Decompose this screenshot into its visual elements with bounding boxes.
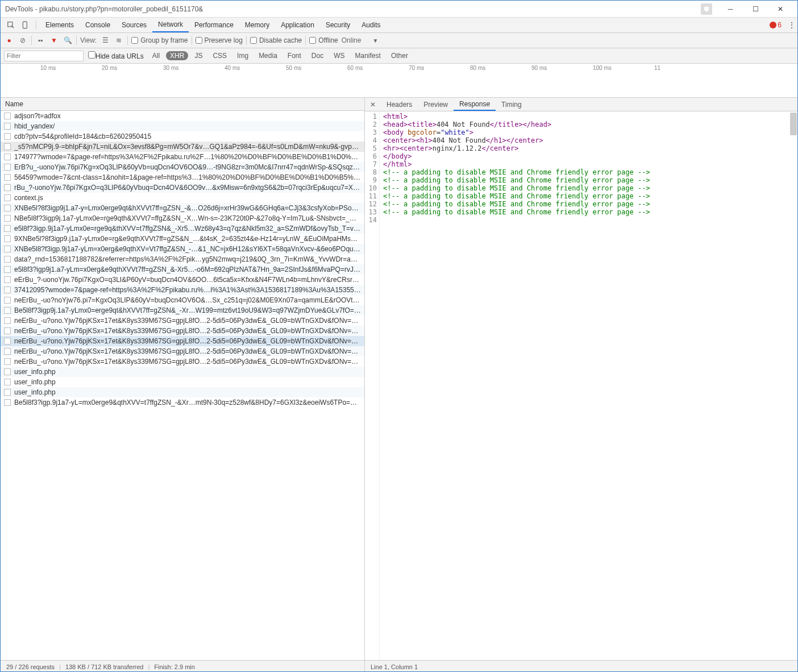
request-row[interactable]: user_info.php <box>1 377 364 387</box>
clear-icon[interactable]: ⊘ <box>18 36 28 44</box>
filter-pill-img[interactable]: Img <box>233 51 252 60</box>
tab-elements[interactable]: Elements <box>40 18 80 32</box>
request-row[interactable]: XNBe5l?8f3igp9j1.a7-y=Lmx0erge9qt&hXVVt7… <box>1 203 364 213</box>
minimize-button[interactable]: ─ <box>718 1 743 17</box>
camera-icon[interactable]: ▪▪ <box>35 36 45 44</box>
request-row[interactable]: Be5l8f3?igp.9j1a7-yL=mx0erge9&qthXVV=t7f… <box>1 397 364 408</box>
request-row[interactable]: neErBu_-u?ono.Yjw76pjKSx=17et&K8ys339M67… <box>1 336 364 346</box>
request-row[interactable]: rBu_?-uonoYjw.76pi7KgxO=q3LIP6&0yVbuq=Dc… <box>1 182 364 193</box>
file-icon <box>4 205 11 211</box>
tab-network[interactable]: Network <box>152 18 189 32</box>
preserve-log-checkbox[interactable]: Preserve log <box>196 36 243 44</box>
request-name: NBe5l8f?3igp9j.1a7-yLmx0e=rge9qth&XVVt7=… <box>14 214 361 222</box>
shield-icon[interactable] <box>701 3 712 15</box>
request-row[interactable]: e5l8f3?igp9j1.a7-yLm=x0erg&e9qthXVVt7ff=… <box>1 264 364 275</box>
request-row[interactable]: adjson?t=adfox <box>1 111 364 121</box>
disable-cache-checkbox[interactable]: Disable cache <box>250 36 302 44</box>
offline-checkbox[interactable]: Offline <box>309 36 338 44</box>
chevron-down-icon[interactable]: ▼ <box>372 38 378 44</box>
file-icon <box>4 154 11 160</box>
request-name: neErBu_-u?ono.Yjw76pjKSx=17et&K8ys339M67… <box>14 358 361 366</box>
filter-input[interactable] <box>4 51 84 61</box>
request-row[interactable]: neErBu_-u?ono.Yjw76pjKSx=17et&K8ys339M67… <box>1 326 364 336</box>
maximize-button[interactable]: ☐ <box>743 1 768 17</box>
request-row[interactable]: neErBu_-uo?noYjw76.pi7=KgxOq3LIP&60yV=bu… <box>1 295 364 305</box>
close-button[interactable]: ✕ <box>768 1 793 17</box>
filter-pill-css[interactable]: CSS <box>209 51 231 60</box>
filter-pill-media[interactable]: Media <box>255 51 281 60</box>
request-name: cdb?ptv=54&profileId=184&cb=62602950415 <box>14 132 151 140</box>
timeline-tick: 60 ms <box>347 65 363 71</box>
details-tab-headers[interactable]: Headers <box>381 98 418 111</box>
timeline-tick: 100 ms <box>593 65 612 71</box>
name-column-header[interactable]: Name <box>1 98 364 111</box>
request-name: e5l8f?3igp.9j1a7-yLmx0e=rge9q&thXVV=t7ff… <box>14 225 361 233</box>
request-row[interactable]: user_info.php <box>1 387 364 397</box>
filter-pill-manifest[interactable]: Manifest <box>351 51 385 60</box>
details-tab-timing[interactable]: Timing <box>496 98 527 111</box>
request-row[interactable]: cdb?ptv=54&profileId=184&cb=62602950415 <box>1 131 364 142</box>
request-row[interactable]: neErBu_-u?ono.Yjw76pjKSx=17et&K8ys339M67… <box>1 356 364 367</box>
request-row[interactable]: Be5l8f?3igp9j.1a7-yLmx0=erge9qt&hXVVt7ff… <box>1 305 364 316</box>
throttling-select[interactable]: Online <box>342 36 361 44</box>
filter-pill-doc[interactable]: Doc <box>307 51 327 60</box>
details-tab-preview[interactable]: Preview <box>418 98 454 111</box>
tab-memory[interactable]: Memory <box>239 18 275 32</box>
request-row[interactable]: hbid_yandex/ <box>1 121 364 131</box>
tab-sources[interactable]: Sources <box>116 18 152 32</box>
request-name: _s5?nMCP9j.9-=bhIpF&jn7L=niL&Ox=3evsf8&P… <box>14 143 361 151</box>
kebab-menu-icon[interactable]: ⋮ <box>786 21 797 29</box>
request-row[interactable]: eErBu_?-uonoYjw.76pi7KgxO=q3LI&P60yV=buq… <box>1 275 364 285</box>
request-row[interactable]: 56459?wmode=7&cnt-class=1&nohit=1&page-r… <box>1 172 364 182</box>
waterfall-icon[interactable]: ≋ <box>114 36 124 44</box>
tab-application[interactable]: Application <box>275 18 320 32</box>
request-name: ErB?u_-uonoYjw.76pi7Kg=xOq3LIP&60yVb=uqD… <box>14 163 361 171</box>
timeline-overview[interactable]: 10 ms20 ms30 ms40 ms50 ms60 ms70 ms80 ms… <box>1 64 797 98</box>
network-toolbar: ● ⊘ ▪▪ ▼ 🔍 View: ☰ ≋ Group by frame Pres… <box>1 33 797 48</box>
request-row[interactable]: XNBe5l8?f3igp.9j1a7-yLm=x0erg&e9qthXV=Vt… <box>1 244 364 254</box>
file-icon <box>4 246 11 252</box>
request-name: Be5l8f?3igp9j.1a7-yLmx0=erge9qt&hXVVt7ff… <box>14 306 361 314</box>
request-row[interactable]: context.js <box>1 193 364 203</box>
large-rows-icon[interactable]: ☰ <box>100 36 110 44</box>
tab-performance[interactable]: Performance <box>189 18 239 32</box>
error-count[interactable]: 6 <box>770 21 782 29</box>
file-icon <box>4 307 11 314</box>
tab-security[interactable]: Security <box>320 18 356 32</box>
filter-pill-font[interactable]: Font <box>284 51 305 60</box>
request-row[interactable]: user_info.php <box>1 367 364 377</box>
response-body[interactable]: 1234567891011121314 <html><head><title>4… <box>365 111 797 660</box>
details-tab-response[interactable]: Response <box>454 98 496 111</box>
filter-pill-other[interactable]: Other <box>387 51 412 60</box>
filter-pill-js[interactable]: JS <box>190 51 206 60</box>
filter-pill-xhr[interactable]: XHR <box>166 51 188 60</box>
tab-console[interactable]: Console <box>80 18 116 32</box>
hide-data-urls-checkbox[interactable]: Hide data URLs <box>88 51 144 60</box>
filter-icon[interactable]: ▼ <box>49 36 59 44</box>
scrollbar-thumb[interactable] <box>790 113 797 135</box>
filter-pill-ws[interactable]: WS <box>330 51 348 60</box>
request-row[interactable]: neErBu_-u?ono.Yjw76pjKSx=17et&K8ys339M67… <box>1 346 364 356</box>
request-name: user_info.php <box>14 378 56 386</box>
request-name: neErBu_-u?ono.Yjw76pjKSx=17et&K8ys339M67… <box>14 347 361 355</box>
inspect-icon[interactable] <box>4 18 18 32</box>
request-row[interactable]: ErB?u_-uonoYjw.76pi7Kg=xOq3LIP&60yVb=uqD… <box>1 162 364 172</box>
request-row[interactable]: neErBu_-u?ono.Yjw76pjKSx=17et&K8ys339M67… <box>1 316 364 326</box>
close-icon[interactable]: ✕ <box>367 101 379 109</box>
request-row[interactable]: 37412095?wmode=7&page-ref=https%3A%2F%2F… <box>1 285 364 295</box>
details-pane: ✕ HeadersPreviewResponseTiming 123456789… <box>365 98 797 660</box>
request-row[interactable]: data?_rnd=1536817188782&referrer=https%3… <box>1 254 364 264</box>
filter-pill-all[interactable]: All <box>148 51 164 60</box>
request-row[interactable]: 9XNBe5l?8f3igp9.j1a7-yLmx0e=rg&e9qthXVVt… <box>1 234 364 244</box>
tab-audits[interactable]: Audits <box>356 18 386 32</box>
record-icon[interactable]: ● <box>4 36 14 44</box>
request-row[interactable]: 174977?wmode=7&page-ref=https%3A%2F%2Fpi… <box>1 152 364 162</box>
device-toggle-icon[interactable] <box>19 18 32 32</box>
request-row[interactable]: e5l8f?3igp.9j1a7-yLmx0e=rge9q&thXVV=t7ff… <box>1 223 364 234</box>
request-name: 56459?wmode=7&cnt-class=1&nohit=1&page-r… <box>14 173 361 181</box>
search-icon[interactable]: 🔍 <box>63 36 73 44</box>
request-row[interactable]: _s5?nMCP9j.9-=bhIpF&jn7L=niL&Ox=3evsf8&P… <box>1 142 364 152</box>
request-row[interactable]: NBe5l8f?3igp9j.1a7-yLmx0e=rge9qth&XVVt7=… <box>1 213 364 223</box>
group-by-frame-checkbox[interactable]: Group by frame <box>131 36 188 44</box>
requests-list[interactable]: adjson?t=adfoxhbid_yandex/cdb?ptv=54&pro… <box>1 111 364 660</box>
